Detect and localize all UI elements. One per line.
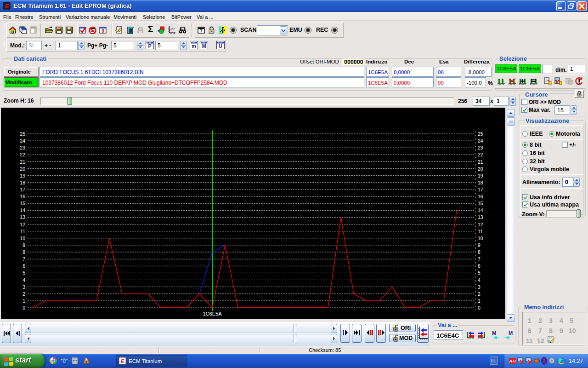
svg-text:ATI: ATI bbox=[509, 359, 516, 363]
svg-text:18: 18 bbox=[20, 180, 25, 185]
svg-text:3: 3 bbox=[23, 284, 25, 290]
svg-text:25: 25 bbox=[20, 131, 25, 137]
svg-text:1C6E5A: 1C6E5A bbox=[203, 311, 222, 316]
svg-text:17: 17 bbox=[20, 187, 25, 192]
svg-text:22: 22 bbox=[478, 152, 483, 157]
svg-text:I: I bbox=[69, 27, 70, 30]
svg-text:U: U bbox=[219, 43, 222, 49]
svg-text:6: 6 bbox=[23, 263, 25, 269]
svg-text:13: 13 bbox=[478, 214, 483, 220]
svg-text:21: 21 bbox=[478, 159, 483, 165]
svg-text:6: 6 bbox=[478, 263, 481, 269]
svg-text:7: 7 bbox=[23, 256, 25, 262]
svg-text:5: 5 bbox=[478, 270, 481, 276]
svg-text:7: 7 bbox=[478, 256, 481, 262]
svg-text:11: 11 bbox=[20, 229, 25, 234]
svg-text:O: O bbox=[58, 27, 60, 30]
svg-text:0: 0 bbox=[23, 305, 25, 310]
svg-text:21: 21 bbox=[20, 159, 25, 165]
svg-text:19: 19 bbox=[20, 173, 25, 178]
svg-text:15: 15 bbox=[20, 201, 25, 206]
svg-text:23: 23 bbox=[478, 145, 483, 150]
svg-text:11: 11 bbox=[478, 229, 483, 234]
svg-text:12: 12 bbox=[20, 222, 25, 227]
svg-text:20: 20 bbox=[478, 166, 483, 172]
svg-text:2: 2 bbox=[478, 291, 481, 297]
svg-text:14: 14 bbox=[20, 207, 25, 213]
svg-text:8: 8 bbox=[478, 249, 481, 255]
svg-text:25: 25 bbox=[478, 131, 483, 137]
svg-text:16: 16 bbox=[20, 194, 25, 199]
svg-text:10: 10 bbox=[478, 236, 483, 241]
svg-text:22: 22 bbox=[20, 152, 25, 157]
svg-text:0: 0 bbox=[478, 305, 481, 310]
svg-text:14: 14 bbox=[478, 207, 483, 213]
svg-text:24: 24 bbox=[478, 138, 483, 144]
svg-text:2: 2 bbox=[23, 291, 25, 297]
svg-text:24: 24 bbox=[20, 138, 25, 144]
svg-text:20: 20 bbox=[20, 166, 25, 172]
svg-text:m: m bbox=[192, 43, 196, 49]
svg-text:4: 4 bbox=[478, 277, 481, 283]
svg-text:e: e bbox=[62, 357, 66, 364]
svg-text:8: 8 bbox=[23, 249, 25, 255]
svg-text:0: 0 bbox=[102, 29, 104, 34]
svg-text:23: 23 bbox=[20, 145, 25, 150]
svg-text:5: 5 bbox=[23, 270, 25, 276]
svg-text:15: 15 bbox=[478, 201, 483, 206]
svg-text:E: E bbox=[5, 3, 9, 10]
svg-text:18: 18 bbox=[478, 180, 483, 185]
svg-text:E: E bbox=[121, 359, 124, 364]
svg-text:1: 1 bbox=[478, 298, 481, 304]
svg-text:12: 12 bbox=[478, 222, 483, 227]
svg-text:3: 3 bbox=[478, 284, 481, 290]
svg-text:9: 9 bbox=[478, 242, 481, 248]
svg-text:1: 1 bbox=[23, 298, 25, 304]
svg-text:13: 13 bbox=[20, 214, 25, 220]
svg-text:T: T bbox=[200, 29, 203, 33]
svg-text:16: 16 bbox=[478, 194, 483, 199]
svg-text:P: P bbox=[148, 43, 151, 49]
svg-text:9: 9 bbox=[23, 242, 25, 248]
svg-text:10: 10 bbox=[20, 236, 25, 241]
svg-text:17: 17 bbox=[478, 187, 483, 192]
svg-text:19: 19 bbox=[478, 173, 483, 178]
svg-text:4: 4 bbox=[23, 277, 25, 283]
svg-text:M: M bbox=[202, 43, 206, 49]
